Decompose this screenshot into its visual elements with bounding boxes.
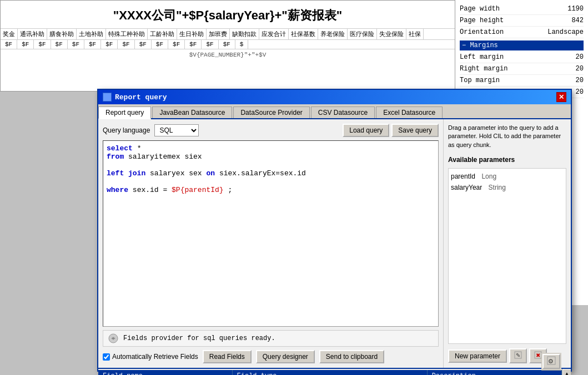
right-margin-value: 20 [576,65,584,73]
param-row-parentid: parentId Long [451,171,564,182]
query-lang-label: Query language [103,126,150,134]
query-left-panel: Query language SQL Load query Save query… [98,119,443,368]
bottom-controls: Automatically Retrieve Fields Read Field… [103,350,439,363]
left-margin-row: Left margin 20 [460,52,584,63]
scroll-up-button[interactable]: ▲ [562,369,571,375]
close-button[interactable]: ✕ [556,92,566,102]
available-params-title: Available parameters [448,156,566,164]
save-query-button[interactable]: Save query [391,124,439,137]
col-field-type: Field type [232,370,427,375]
fields-table-header: Field name Field type Description [98,370,562,375]
params-list: parentId Long salaryYear String [448,168,566,344]
auto-retrieve-text: Automatically Retrieve Fields [112,353,198,361]
page-width-value: 1190 [567,5,584,13]
svg-text:✎: ✎ [516,352,520,358]
bottom-margin-value: 20 [576,88,584,96]
param-edit-button[interactable]: ✎ [509,348,527,363]
sql-editor[interactable]: select * from salaryitemex siex left joi… [103,140,439,327]
auto-retrieve-checkbox[interactable] [103,353,110,361]
top-margin-label: Top margin [460,77,500,84]
dialog-title: Report query [115,93,167,102]
orientation-label: Orientation [460,28,504,36]
read-fields-button[interactable]: Read Fields [203,350,252,363]
page-height-row: Page height 842 [460,15,584,27]
page-width-label: Page width [460,5,500,13]
query-designer-button[interactable]: Query designer [256,350,315,363]
settings-icon: ⚙ [547,356,556,365]
page-height-value: 842 [571,17,584,24]
dialog-content: Query language SQL Load query Save query… [98,119,571,368]
orientation-value: Landscape [547,28,584,36]
status-bar: Fields provider for sql queries ready. [103,330,439,347]
fields-settings-button[interactable]: ⚙ [542,354,560,369]
svg-text:⚙: ⚙ [548,358,554,364]
page-width-row: Page width 1190 [460,3,584,15]
fields-scrollbar[interactable]: ▲ ▼ [562,369,571,375]
sql-line-2: from salaryitemex siex [107,153,435,161]
status-text: Fields provider for sql queries ready. [123,335,275,342]
query-right-panel: Drag a parameter into the query to add a… [443,119,571,368]
spreadsheet-title: "XXXX公司"+$P{salaryYear}+"薪资报表" [1,1,455,28]
tab-report-query[interactable]: Report query [98,107,151,119]
right-margin-row: Right margin 20 [460,63,584,75]
dialog-titlebar: Report query ✕ [98,90,571,104]
page-height-label: Page height [460,17,504,24]
query-lang-row: Query language SQL Load query Save query [103,124,439,137]
fields-table-inner[interactable]: Field name Field type Description id jav… [98,369,562,375]
status-icon [108,333,119,344]
left-margin-value: 20 [576,53,584,61]
fields-table: Field name Field type Description id jav… [98,370,562,375]
top-margin-row: Top margin 20 [460,75,584,87]
fields-container: Field name Field type Description id jav… [98,369,571,375]
auto-retrieve-label[interactable]: Automatically Retrieve Fields [103,353,198,361]
edit-icon: ✎ [514,351,522,359]
right-margin-label: Right margin [460,65,507,73]
tab-javabean[interactable]: JavaBean Datasource [152,107,232,118]
hint-text: Drag a parameter into the query to add a… [448,124,566,149]
sql-line-4: left join salaryex sex on siex.salaryEx=… [107,169,435,178]
param-row-salaryyear: salaryYear String [451,182,564,193]
spreadsheet-footer: $V{PAGE_NUMBER}"+"+$V [1,49,455,60]
margins-label: Margins [470,42,497,49]
tab-csv[interactable]: CSV Datasource [311,107,375,118]
load-query-button[interactable]: Load query [343,124,389,137]
col-field-name: Field name [98,370,232,375]
spreadsheet-background: "XXXX公司"+$P{salaryYear}+"薪资报表" 奖金 通讯补助 膳… [0,0,455,92]
sql-line-1: select * [107,144,435,153]
spreadsheet-header: 奖金 通讯补助 膳食补助 土地补助 特殊工种补助 工龄补助 生日补助 加班费 缺… [1,28,455,40]
tabs-bar: Report query JavaBean Datasource DataSou… [98,104,571,119]
col-description: Description [427,370,561,375]
orientation-row: Orientation Landscape [460,27,584,38]
sql-line-3 [107,161,435,169]
send-clipboard-button[interactable]: Send to clipboard [319,350,384,363]
sql-line-5 [107,178,435,186]
dialog-icon [103,93,112,102]
left-margin-label: Left margin [460,53,504,61]
tab-excel[interactable]: Excel Datasource [376,107,443,118]
new-parameter-button[interactable]: New parameter [448,349,507,363]
report-query-dialog: Report query ✕ Report query JavaBean Dat… [97,89,572,372]
margins-minus-icon: − [462,42,470,49]
fields-top-bar: ⚙ [541,353,561,371]
fields-table-section: Field name Field type Description id jav… [98,368,571,375]
titlebar-left: Report query [103,93,167,102]
query-lang-select[interactable]: SQL [154,124,199,136]
spreadsheet-row: $F $F $F $F $F $F $F $F $F $F $F $F $F $… [1,40,455,49]
margins-section: − Margins [460,40,584,50]
sql-line-6: where sex.id = $P{parentId} ; [107,186,435,194]
top-margin-value: 20 [576,77,584,84]
tab-datasource-provider[interactable]: DataSource Provider [233,107,309,118]
svg-text:✖: ✖ [536,352,540,358]
